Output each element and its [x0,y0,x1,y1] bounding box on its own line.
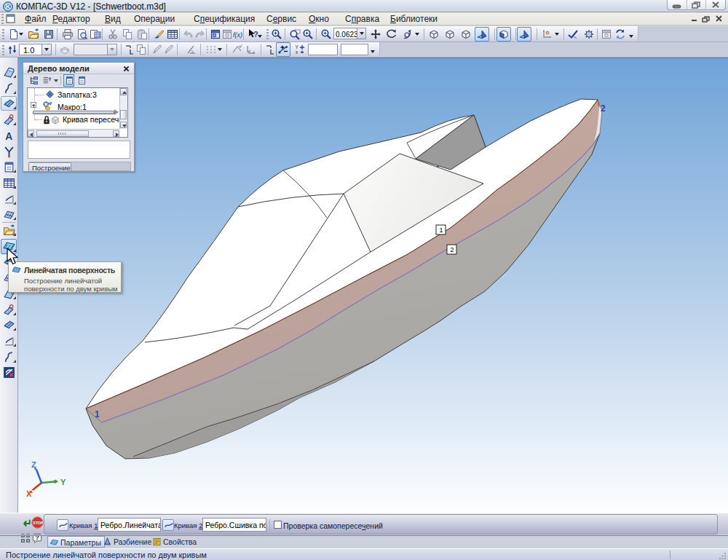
svg-text:Z: Z [31,460,36,469]
svg-text:1: 1 [95,409,100,419]
svg-text:X: X [26,489,32,498]
svg-text:K: K [6,3,11,10]
svg-text:STOP: STOP [33,521,44,525]
svg-text:1: 1 [440,226,443,234]
svg-text:2: 2 [601,103,606,114]
svg-text:2: 2 [451,246,454,253]
svg-text:?: ? [35,534,39,541]
svg-text:Y: Y [60,478,66,486]
